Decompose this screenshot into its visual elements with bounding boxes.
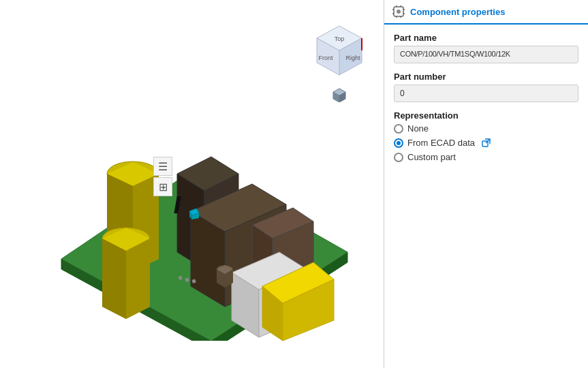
properties-panel: Component properties Part name CON/P/100… bbox=[384, 0, 588, 368]
svg-text:Front: Front bbox=[318, 55, 333, 61]
svg-marker-12 bbox=[102, 239, 126, 319]
radio-ecad-label: From ECAD data bbox=[407, 138, 475, 148]
grid-view-button[interactable]: ⊞ bbox=[153, 177, 172, 196]
part-number-value[interactable]: 0 bbox=[394, 85, 578, 102]
nav-cube-area[interactable]: Top Front Right bbox=[309, 20, 370, 102]
panel-title: Component properties bbox=[410, 7, 505, 17]
nav-cube[interactable]: Top Front Right bbox=[309, 20, 370, 82]
svg-marker-13 bbox=[126, 239, 150, 319]
component-icon bbox=[392, 5, 405, 18]
external-link-icon[interactable] bbox=[482, 138, 491, 147]
panel-header: Component properties bbox=[384, 0, 588, 25]
radio-custom[interactable]: Custom part bbox=[394, 152, 578, 162]
part-name-value[interactable]: CON/P/100/VH/TM1SQ/W100/12K bbox=[394, 46, 578, 63]
sidebar-icon-group: ☰ ⊞ bbox=[153, 157, 172, 196]
panel-content: Part name CON/P/100/VH/TM1SQ/W100/12K Pa… bbox=[384, 25, 588, 368]
representation-label: Representation bbox=[394, 110, 578, 121]
3d-viewport[interactable]: Top Front Right ☰ ⊞ bbox=[0, 0, 384, 368]
svg-point-59 bbox=[397, 10, 401, 14]
radio-custom-circle[interactable] bbox=[394, 153, 403, 162]
part-number-label: Part number bbox=[394, 72, 578, 82]
svg-text:Right: Right bbox=[345, 55, 360, 61]
list-view-button[interactable]: ☰ bbox=[153, 157, 172, 176]
radio-none[interactable]: None bbox=[394, 123, 578, 134]
radio-none-circle[interactable] bbox=[394, 124, 403, 134]
part-name-label: Part name bbox=[394, 33, 578, 43]
radio-ecad-circle[interactable] bbox=[394, 138, 403, 148]
representation-group: None From ECAD data Custom part bbox=[394, 123, 578, 162]
radio-custom-label: Custom part bbox=[407, 152, 456, 162]
radio-none-label: None bbox=[407, 123, 429, 134]
radio-ecad[interactable]: From ECAD data bbox=[394, 138, 578, 148]
svg-text:Top: Top bbox=[335, 35, 345, 42]
view-cube-icon[interactable] bbox=[332, 87, 347, 102]
